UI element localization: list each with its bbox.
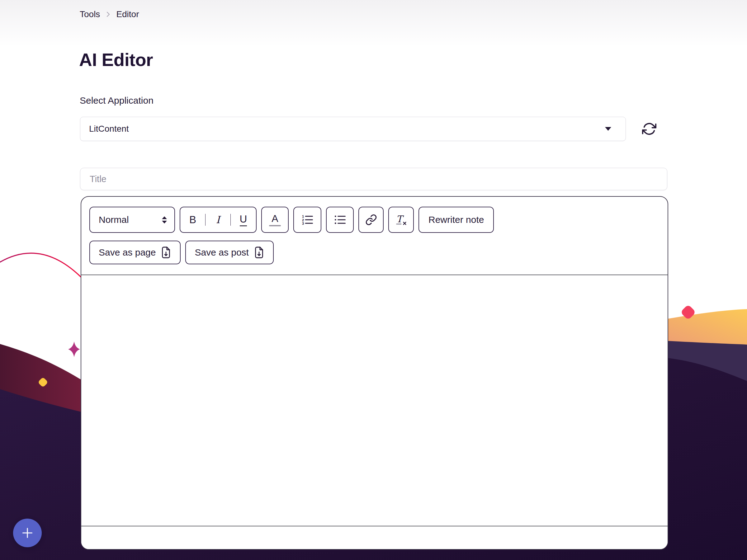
- clear-formatting-button[interactable]: T: [388, 207, 414, 233]
- underline-button[interactable]: U: [231, 213, 256, 226]
- link-icon: [365, 214, 377, 226]
- editor-footer-bar: [81, 526, 668, 549]
- text-color-button[interactable]: A: [261, 207, 289, 233]
- svg-text:2: 2: [302, 218, 304, 222]
- breadcrumb-editor-link[interactable]: Editor: [116, 9, 139, 19]
- bold-label: B: [189, 214, 196, 226]
- bullet-list-button[interactable]: [326, 207, 354, 233]
- chevron-right-icon: [104, 10, 112, 18]
- page-title: AI Editor: [79, 49, 153, 70]
- bold-button[interactable]: B: [180, 214, 206, 226]
- save-as-page-button[interactable]: Save as page: [89, 241, 181, 264]
- save-as-page-label: Save as page: [99, 247, 156, 258]
- title-input[interactable]: [80, 168, 667, 190]
- svg-text:3: 3: [302, 222, 304, 225]
- save-as-post-label: Save as post: [195, 247, 249, 258]
- rewriter-note-button[interactable]: Rewriter note: [418, 207, 494, 233]
- text-color-label: A: [272, 214, 278, 223]
- breadcrumb-tools-link[interactable]: Tools: [80, 9, 100, 19]
- application-select-row: LitContent: [80, 117, 656, 141]
- application-select-value: LitContent: [89, 124, 129, 134]
- add-button[interactable]: [13, 518, 42, 547]
- italic-button[interactable]: I: [206, 214, 231, 226]
- refresh-icon: [642, 122, 656, 136]
- plus-icon: [20, 525, 35, 541]
- editor-panel: Normal B I U A: [81, 196, 668, 550]
- select-application-label: Select Application: [80, 95, 154, 106]
- refresh-button[interactable]: [642, 122, 656, 136]
- clear-formatting-icon: T: [394, 214, 408, 226]
- svg-text:T: T: [396, 214, 404, 224]
- svg-text:1: 1: [302, 214, 304, 218]
- main-content: Tools Editor AI Editor Select Applicatio…: [0, 0, 747, 560]
- editor-toolbar: Normal B I U A: [81, 197, 668, 274]
- underline-label: U: [240, 213, 247, 226]
- caret-down-icon: [605, 127, 611, 131]
- text-color-underline: [269, 225, 281, 226]
- paragraph-style-value: Normal: [99, 214, 129, 225]
- breadcrumb: Tools Editor: [80, 9, 139, 19]
- caret-up-down-icon: [162, 216, 167, 223]
- ordered-list-button[interactable]: 123: [293, 207, 321, 233]
- paragraph-style-select[interactable]: Normal: [89, 207, 175, 233]
- toolbar-row-formatting: Normal B I U A: [89, 207, 660, 233]
- italic-label: I: [216, 214, 220, 226]
- toolbar-row-save: Save as page Save as post: [89, 241, 660, 264]
- ai-editor-page: { "breadcrumb": { "tools": "Tools", "edi…: [0, 0, 747, 560]
- bullet-list-icon: [334, 214, 346, 225]
- save-as-post-button[interactable]: Save as post: [185, 241, 274, 264]
- format-button-group: B I U: [180, 207, 257, 233]
- ordered-list-icon: 123: [301, 214, 314, 225]
- editor-content-area[interactable]: [81, 275, 668, 526]
- link-button[interactable]: [358, 207, 384, 233]
- file-download-icon: [254, 246, 264, 259]
- application-select[interactable]: LitContent: [80, 117, 626, 141]
- file-download-icon: [161, 246, 171, 259]
